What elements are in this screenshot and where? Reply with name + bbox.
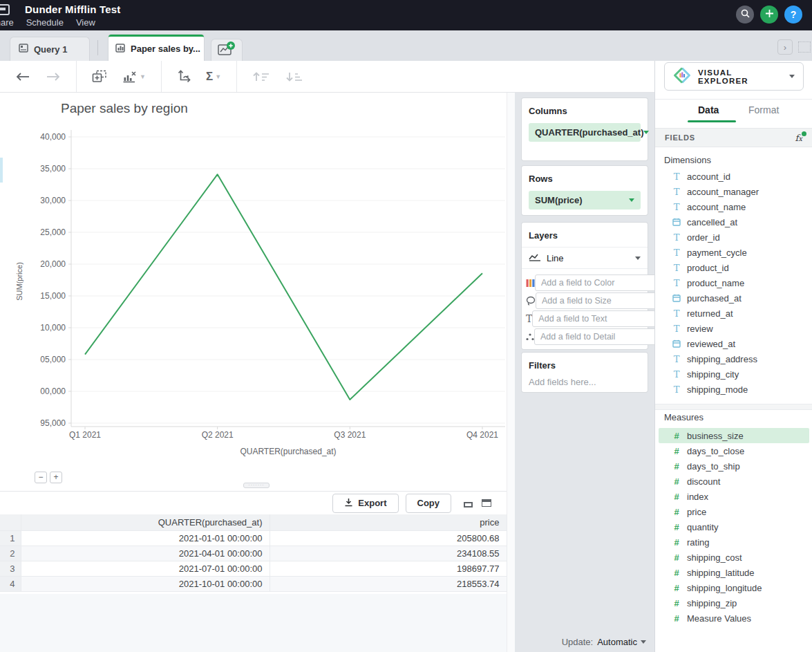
tab-data[interactable]: Data xyxy=(698,104,719,115)
field-item-payment_cycle[interactable]: Tpayment_cycle xyxy=(659,245,809,260)
columns-field-pill[interactable]: QUARTER(purchased_at) xyxy=(529,123,641,142)
back-arrow-icon[interactable] xyxy=(15,72,30,82)
encoding-row xyxy=(526,328,641,345)
field-item-index[interactable]: #index xyxy=(659,489,809,504)
table-row[interactable]: 12021-01-01 00:00:00205800.68 xyxy=(0,530,507,546)
column-header-quarter[interactable]: QUARTER(purchased_at) xyxy=(21,514,270,530)
filters-drop-zone[interactable]: Add fields here... xyxy=(529,377,641,387)
number-type-icon: # xyxy=(672,598,681,608)
field-label: business_size xyxy=(687,431,744,441)
number-type-icon: # xyxy=(672,568,681,578)
field-label: reviewed_at xyxy=(687,339,735,349)
svg-text:205,000: 205,000 xyxy=(40,355,66,364)
tab-paper-sales[interactable]: Paper sales by... ⋮ xyxy=(108,35,204,61)
number-type-icon: # xyxy=(672,476,681,487)
update-mode-dropdown[interactable]: Automatic xyxy=(597,637,646,647)
sigma-icon[interactable]: Σ▼ xyxy=(206,70,221,84)
add-a-field-to-text-input[interactable] xyxy=(532,310,656,327)
zoom-in-button[interactable]: + xyxy=(50,472,62,483)
result-table[interactable]: QUARTER(purchased_at) price 12021-01-01 … xyxy=(0,514,507,592)
add-a-field-to-detail-input[interactable] xyxy=(534,328,658,345)
text-type-icon: T xyxy=(672,263,681,273)
field-item-account_manager[interactable]: Taccount_manager xyxy=(659,184,809,199)
field-item-shipping_longitude[interactable]: #shipping_longitude xyxy=(659,580,809,595)
field-item-shipping_cost[interactable]: #shipping_cost xyxy=(659,550,809,565)
plus-button[interactable] xyxy=(760,6,778,24)
field-item-product_name[interactable]: Tproduct_name xyxy=(659,275,809,290)
menu-schedule[interactable]: Schedule xyxy=(26,17,64,28)
chart-scrollbar-track[interactable] xyxy=(507,93,515,652)
rows-field-pill[interactable]: SUM(price) xyxy=(529,191,641,209)
maximize-icon[interactable] xyxy=(482,499,491,507)
remove-chart-icon[interactable]: ▼ xyxy=(122,71,146,83)
field-item-reviewed_at[interactable]: reviewed_at xyxy=(659,336,809,351)
zoom-out-button[interactable]: − xyxy=(35,472,47,483)
field-item-discount[interactable]: #discount xyxy=(659,474,809,489)
chevron-down-icon[interactable] xyxy=(643,131,649,134)
line-chart[interactable]: 240,000235,000230,000225,000220,000215,0… xyxy=(40,104,517,463)
field-item-shipping_latitude[interactable]: #shipping_latitude xyxy=(659,565,809,580)
field-item-quantity[interactable]: #quantity xyxy=(659,519,809,534)
visual-explorer-selector[interactable]: VISUAL EXPLORER xyxy=(664,62,804,91)
field-item-shipping_city[interactable]: Tshipping_city xyxy=(659,366,809,382)
field-item-purchased_at[interactable]: purchased_at xyxy=(659,290,809,306)
add-a-field-to-color-input[interactable] xyxy=(535,274,659,291)
panel-resize-handle[interactable]: ······· xyxy=(243,483,270,488)
field-item-price[interactable]: #price xyxy=(659,504,809,519)
cell-price: 205800.68 xyxy=(270,530,507,546)
tab-overflow-button[interactable]: › xyxy=(777,39,793,55)
field-item-business_size[interactable]: #business_size xyxy=(659,428,809,443)
svg-text:240,000: 240,000 xyxy=(40,132,66,142)
menu-share[interactable]: Share xyxy=(0,17,14,28)
tab-format[interactable]: Format xyxy=(748,104,779,115)
add-a-field-to-size-input[interactable] xyxy=(536,292,659,309)
column-header-price[interactable]: price xyxy=(270,514,507,530)
add-calculated-field-button[interactable]: fx xyxy=(795,133,802,143)
field-item-shipping_mode[interactable]: Tshipping_mode xyxy=(659,382,809,397)
field-item-order_id[interactable]: Torder_id xyxy=(659,230,809,245)
export-button[interactable]: Export xyxy=(332,494,398,513)
menu-view[interactable]: View xyxy=(76,17,95,28)
number-type-icon: # xyxy=(672,492,681,502)
svg-text:230,000: 230,000 xyxy=(40,196,66,205)
search-button[interactable] xyxy=(736,6,754,24)
field-item-account_id[interactable]: Taccount_id xyxy=(659,169,809,184)
field-label: days_to_close xyxy=(687,446,744,456)
field-item-review[interactable]: Treview xyxy=(659,321,809,336)
new-chart-tab-button[interactable] xyxy=(211,39,243,61)
number-type-icon: # xyxy=(672,552,681,563)
field-item-shipping_address[interactable]: Tshipping_address xyxy=(659,351,809,366)
field-item-returned_at[interactable]: Treturned_at xyxy=(659,306,809,321)
field-label: shipping_city xyxy=(687,369,739,380)
topbar-menu: ShareScheduleView xyxy=(0,17,95,28)
encoding-row xyxy=(526,274,641,291)
field-item-account_name[interactable]: Taccount_name xyxy=(659,199,809,214)
field-label: product_name xyxy=(687,278,744,288)
tab-query-1[interactable]: Query 1 xyxy=(10,37,90,61)
row-number: 3 xyxy=(0,561,21,576)
number-type-icon: # xyxy=(672,613,681,624)
add-to-dashboard-icon[interactable] xyxy=(92,70,107,83)
encoding-row: T xyxy=(526,310,641,327)
field-item-days_to_ship[interactable]: #days_to_ship xyxy=(659,458,809,474)
table-row[interactable]: 32021-07-01 00:00:00198697.77 xyxy=(0,561,507,576)
svg-text:195,000: 195,000 xyxy=(40,418,66,428)
field-label: discount xyxy=(687,476,720,487)
field-item-days_to_close[interactable]: #days_to_close xyxy=(659,443,809,458)
swap-axes-icon[interactable] xyxy=(177,70,191,83)
table-row[interactable]: 22021-04-01 00:00:00234108.55 xyxy=(0,546,507,561)
copy-button[interactable]: Copy xyxy=(406,494,452,513)
field-item-shipping_zip[interactable]: #shipping_zip xyxy=(659,595,809,611)
chevron-down-icon[interactable] xyxy=(629,198,634,202)
help-button[interactable]: ? xyxy=(784,6,802,24)
field-item-measure_values[interactable]: #Measure Values xyxy=(659,611,809,626)
field-item-rating[interactable]: #rating xyxy=(659,534,809,550)
field-item-cancelled_at[interactable]: cancelled_at xyxy=(659,214,809,230)
field-item-product_id[interactable]: Tproduct_id xyxy=(659,260,809,275)
number-type-icon: # xyxy=(672,461,681,472)
layer-type-dropdown[interactable]: Line xyxy=(522,248,648,269)
table-row[interactable]: 42021-10-01 00:00:00218553.74 xyxy=(0,576,507,591)
field-label: index xyxy=(687,492,708,502)
number-type-icon: # xyxy=(672,431,681,441)
minimize-icon[interactable] xyxy=(464,499,473,507)
